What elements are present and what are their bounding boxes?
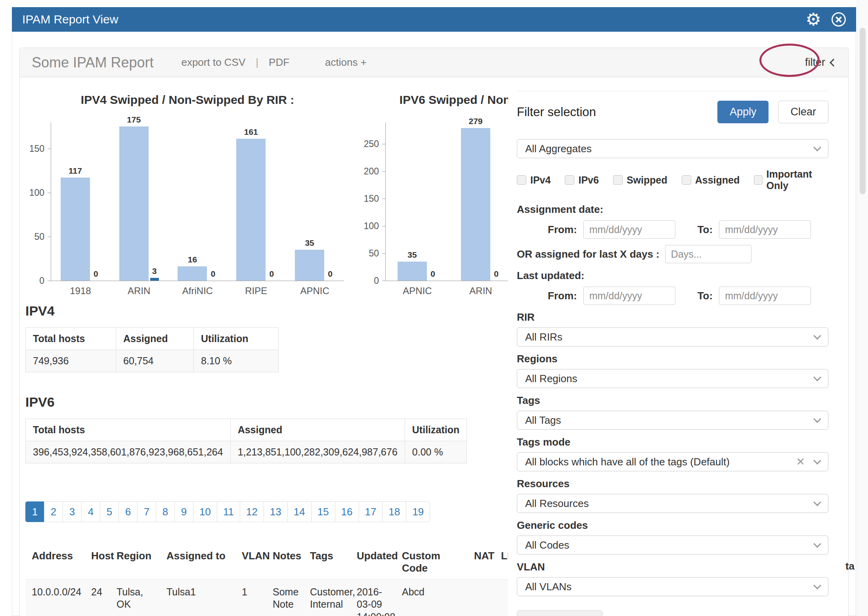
tags-mode-select[interactable]: All blocks which have all of the tags (D… [517,452,828,471]
filter-checkboxes: IPv4 IPv6 Swipped Assigned [517,168,828,191]
actions-menu-button[interactable]: actions + [325,56,367,69]
column-header: Assigned [116,328,194,350]
page-button-9[interactable]: 9 [174,501,193,522]
checkbox-icon [565,175,574,185]
page-button-15[interactable]: 15 [311,501,335,522]
bar-value-label: 279 [468,117,482,126]
column-header-updated: Updated [350,545,396,580]
y-tick-mark [382,281,385,281]
page-button-19[interactable]: 19 [406,501,430,522]
report-panel: Some IPAM Report export to CSV | PDF act… [19,48,849,616]
scrollbar[interactable] [857,0,868,616]
bar-group-APNIC: 350APNIC [386,122,449,281]
page-button-1[interactable]: 1 [25,501,44,522]
page-button-2[interactable]: 2 [44,501,63,522]
page-button-7[interactable]: 7 [137,501,156,522]
page-button-10[interactable]: 10 [193,501,217,522]
rir-select[interactable]: All RIRs [517,327,828,346]
generic-codes-select[interactable]: All Codes [517,536,828,555]
page-button-5[interactable]: 5 [100,501,119,522]
bar-value-label: 35 [305,238,314,248]
clear-selection-icon[interactable]: ✕ [796,455,805,468]
y-tick-mark [382,253,385,254]
total-hosts-value: 749,936 [26,350,116,372]
clear-button[interactable]: Clear [778,101,828,123]
page-button-14[interactable]: 14 [287,501,312,522]
column-header-custom-code: Custom Code [396,545,468,580]
page-button-16[interactable]: 16 [335,501,359,522]
x-category-label: RIPE [227,285,285,297]
close-icon[interactable] [832,12,846,27]
aggregates-select[interactable]: All Aggregates [517,139,828,158]
bar-value-label: 0 [269,269,274,279]
checkbox-icon [682,175,691,185]
y-tick-mark [382,199,385,199]
y-tick-label: 150 [364,193,379,204]
assignment-date-label: Assignment date: [517,203,828,216]
swipped-checkbox[interactable]: Swipped [613,174,667,186]
y-tick-mark [48,193,51,193]
regions-select[interactable]: All Regions [517,369,828,388]
export-csv-link[interactable]: export to CSV [181,56,245,69]
days-input[interactable] [665,245,751,263]
column-header: Assigned [230,419,405,441]
column-header-notes: Notes [266,545,304,580]
checkbox-icon [754,175,762,185]
ipv4-checkbox[interactable]: IPv4 [517,174,551,186]
report-title: Some IPAM Report [32,54,153,71]
column-header-tags: Tags [304,545,350,580]
x-category-label: ARIN [449,285,512,297]
chevron-left-icon [830,59,837,67]
bar-group-1918: 11701918 [51,122,110,281]
pdf-link[interactable]: PDF [269,56,289,69]
page-button-18[interactable]: 18 [382,501,406,522]
bar-AfriNIC-Swipped [178,266,207,281]
resources-select[interactable]: All Resources [517,494,828,513]
y-tick-label: 250 [364,139,379,149]
regions-label: Regions [517,353,828,365]
page-button-6[interactable]: 6 [119,501,138,522]
cell-address[interactable]: 10.0.0.0/24 [25,580,85,616]
column-header: Utilization [405,419,467,441]
filter-panel-divider [517,91,828,91]
filter-panel-heading: Filter selection [517,105,717,119]
scrollbar-thumb[interactable] [860,28,866,194]
assigned-value: 1,213,851,100,282,309,624,987,676 [230,441,405,463]
y-tick-label: 50 [34,231,44,242]
cell-updated: 2016-03-09 14:00:08 [350,580,396,616]
assignment-to-input[interactable] [719,220,811,239]
column-header-host: Host [85,545,110,580]
page-button-13[interactable]: 13 [264,501,288,522]
table-row: 749,936 60,754 8.10 % [26,350,279,372]
apply-button[interactable]: Apply [717,101,769,123]
report-toolbar: Some IPAM Report export to CSV | PDF act… [20,48,848,77]
page-button-12[interactable]: 12 [240,501,264,522]
bar-group-RIPE: 1610RIPE [227,122,285,281]
column-header-address: Address [25,545,85,580]
ipv4-chart-plot: 117019181753ARIN160AfriNIC1610RIPE350APN… [51,122,344,281]
more-filters-button[interactable]: More filters [517,610,602,616]
assigned-checkbox[interactable]: Assigned [682,174,740,186]
gear-icon[interactable]: ⚙ [806,11,821,28]
updated-to-input[interactable] [719,287,811,305]
page-button-3[interactable]: 3 [63,501,82,522]
tags-select[interactable]: All Tags [517,411,828,430]
column-header-region: Region [110,545,160,580]
bar-APNIC-Swipped [398,262,427,281]
page-button-11[interactable]: 11 [217,501,240,522]
ipv6-checkbox[interactable]: IPv6 [565,174,598,186]
updated-from-input[interactable] [583,287,675,305]
page-button-17[interactable]: 17 [359,501,383,522]
bar-value-label: 117 [69,166,82,176]
filter-toggle-label: filter [805,56,825,69]
from-label: From: [548,290,577,302]
important-only-checkbox[interactable]: Important Only [754,168,828,191]
vlan-select[interactable]: All VLANs [517,577,828,596]
assignment-from-input[interactable] [583,220,675,239]
page-button-4[interactable]: 4 [81,501,100,522]
page-button-8[interactable]: 8 [156,501,175,522]
filter-toggle-button[interactable]: filter [805,56,836,69]
bar-1918-Swipped [61,178,90,281]
tags-mode-label: Tags mode [517,436,828,448]
bar-APNIC-Swipped [295,250,324,281]
